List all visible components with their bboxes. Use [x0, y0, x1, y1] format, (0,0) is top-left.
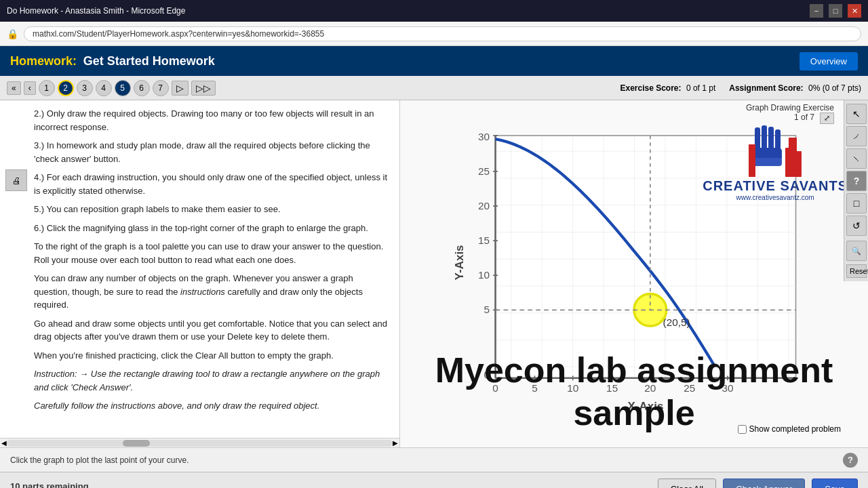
app-header: Homework: Get Started Homework Overview	[0, 46, 868, 76]
show-completed-area: Show completed problem	[738, 424, 841, 434]
nav-bar: « ‹ 1 2 3 4 5 6 7 ▷ ▷▷ Exercise Score: 0…	[0, 76, 868, 100]
page-3-button[interactable]: 3	[77, 80, 93, 96]
scrollbar-thumb[interactable]	[123, 440, 150, 447]
svg-text:0: 0	[484, 369, 490, 380]
svg-text:Y-Axis: Y-Axis	[453, 245, 466, 280]
svg-text:15: 15	[606, 382, 618, 394]
parts-remaining-label: 10 parts remaining	[10, 481, 92, 488]
exercise-score-value: 0 of 1 pt	[686, 83, 715, 93]
paragraph-2: 2.) Only draw the required objects. Draw…	[34, 107, 389, 134]
reset-button[interactable]: Reset	[846, 264, 867, 278]
left-panel: 🖨 2.) Only draw the required objects. Dr…	[0, 100, 400, 447]
paragraph-6: 6.) Click the magnifying glass in the to…	[34, 222, 389, 235]
paragraph-10: When you're finished practicing, click t…	[34, 349, 389, 363]
graph-drawing-label: Graph Drawing Exercise	[746, 103, 834, 113]
assignment-score-value: 0% (0 of 7 pts)	[808, 83, 861, 93]
svg-text:25: 25	[478, 165, 490, 177]
page-7-button[interactable]: 7	[153, 80, 169, 96]
svg-text:X-Axis: X-Axis	[628, 400, 664, 413]
paragraph-4: 4.) For each drawing instruction, you sh…	[34, 171, 389, 197]
tool-palette: ↖ ⟋ ⟍ ? □ ↺ 🔍 Reset	[844, 100, 868, 281]
right-panel: Graph Drawing Exercise 1 of 7 ⤢	[400, 100, 868, 447]
clear-all-button[interactable]: Clear All	[658, 479, 716, 488]
action-bar: 10 parts remaining Clear All Check Answe…	[0, 472, 868, 488]
parts-remaining-area: 10 parts remaining	[10, 481, 92, 488]
first-page-button[interactable]: «	[7, 81, 21, 95]
homework-label: Homework:	[10, 54, 77, 68]
page-6-button[interactable]: 6	[134, 80, 150, 96]
paragraph-3: 3.) In homework and study plan mode, dra…	[34, 139, 389, 165]
svg-text:5: 5	[532, 382, 538, 394]
line-tool-button[interactable]: ⟋	[846, 126, 867, 146]
svg-text:25: 25	[684, 382, 695, 394]
svg-text:10: 10	[567, 382, 578, 394]
window-title: Do Homework - Anastasia Smith - Microsof…	[7, 6, 810, 16]
svg-rect-1	[496, 136, 796, 378]
maximize-button[interactable]: □	[829, 4, 842, 18]
scores-area: Exercise Score: 0 of 1 pt Assignment Sco…	[620, 83, 861, 93]
page-2-button[interactable]: 2	[58, 80, 74, 96]
graph-container[interactable]: 30 25 20 15 10 5 0 0	[400, 124, 868, 447]
scroll-right-btn[interactable]: ▶	[393, 439, 398, 447]
svg-text:10: 10	[478, 269, 490, 281]
svg-text:(20,5): (20,5)	[663, 317, 690, 328]
title-bar: Do Homework - Anastasia Smith - Microsof…	[0, 0, 868, 22]
svg-text:20: 20	[644, 382, 656, 394]
scroll-left-btn[interactable]: ◀	[1, 439, 7, 447]
last-page-button[interactable]: ▷▷	[191, 81, 216, 96]
show-completed-label: Show completed problem	[749, 424, 841, 434]
svg-text:5: 5	[484, 304, 490, 315]
url-input[interactable]	[24, 26, 861, 41]
next-page-button[interactable]: ▷	[172, 81, 189, 96]
close-button[interactable]: ✕	[848, 4, 861, 18]
paragraph-8: You can draw any number of objects on th…	[34, 272, 389, 312]
svg-text:20: 20	[478, 200, 490, 211]
graph-svg: 30 25 20 15 10 5 0 0	[400, 124, 868, 447]
check-answer-button[interactable]: Check Answer	[723, 479, 805, 488]
exercise-score-label: Exercise Score: 0 of 1 pt	[620, 83, 715, 93]
paragraph-9: Go ahead and draw some objects until you…	[34, 317, 389, 344]
homework-title: Homework: Get Started Homework	[10, 54, 215, 68]
address-bar: 🔒	[0, 22, 868, 46]
save-button[interactable]: Save	[812, 479, 858, 488]
status-message: Click the graph to plot the last point o…	[10, 455, 189, 465]
svg-text:0: 0	[492, 382, 498, 394]
paragraph-7: To the right of the graph is a tool pale…	[34, 240, 389, 266]
scroll-area: 2.) Only draw the required objects. Draw…	[0, 100, 399, 438]
help-tool-button[interactable]: ?	[846, 171, 867, 191]
scrollbar-track[interactable]	[7, 440, 393, 447]
prev-page-button[interactable]: ‹	[24, 81, 36, 95]
print-icon[interactable]: 🖨	[5, 169, 27, 191]
expand-button[interactable]: ⤢	[820, 113, 834, 124]
horizontal-scrollbar[interactable]: ◀ ▶	[0, 438, 399, 447]
zoom-out-button[interactable]: 🔍	[846, 241, 867, 261]
show-completed-checkbox[interactable]	[738, 425, 747, 434]
main-area: 🖨 2.) Only draw the required objects. Dr…	[0, 100, 868, 447]
overview-button[interactable]: Overview	[800, 52, 858, 70]
undo-tool-button[interactable]: ↺	[846, 216, 867, 236]
svg-text:15: 15	[478, 235, 490, 246]
status-bar: Click the graph to plot the last point o…	[0, 447, 868, 472]
minimize-button[interactable]: −	[810, 4, 823, 18]
svg-text:30: 30	[478, 131, 490, 142]
page-indicator: 1 of 7	[794, 113, 814, 124]
paragraph-5: 5.) You can reposition graph labels to m…	[34, 203, 389, 216]
assignment-score-label: Assignment Score: 0% (0 of 7 pts)	[729, 83, 861, 93]
paragraph-11: Instruction: → Use the rectangle drawing…	[34, 367, 389, 394]
page-5-button[interactable]: 5	[115, 80, 131, 96]
page-4-button[interactable]: 4	[96, 80, 112, 96]
help-icon[interactable]: ?	[843, 453, 858, 468]
window-controls: − □ ✕	[810, 4, 861, 18]
svg-text:30: 30	[722, 382, 733, 394]
paragraph-12: Carefully follow the instructions above,…	[34, 399, 389, 413]
homework-name: Get Started Homework	[83, 54, 215, 68]
rectangle-tool-button[interactable]: □	[846, 193, 867, 214]
action-buttons: Clear All Check Answer Save	[658, 479, 858, 488]
curve-tool-button[interactable]: ⟍	[846, 148, 867, 169]
page-1-button[interactable]: 1	[39, 80, 55, 96]
lock-icon: 🔒	[7, 28, 18, 39]
page-indicator-area: 1 of 7 ⤢	[400, 113, 868, 124]
